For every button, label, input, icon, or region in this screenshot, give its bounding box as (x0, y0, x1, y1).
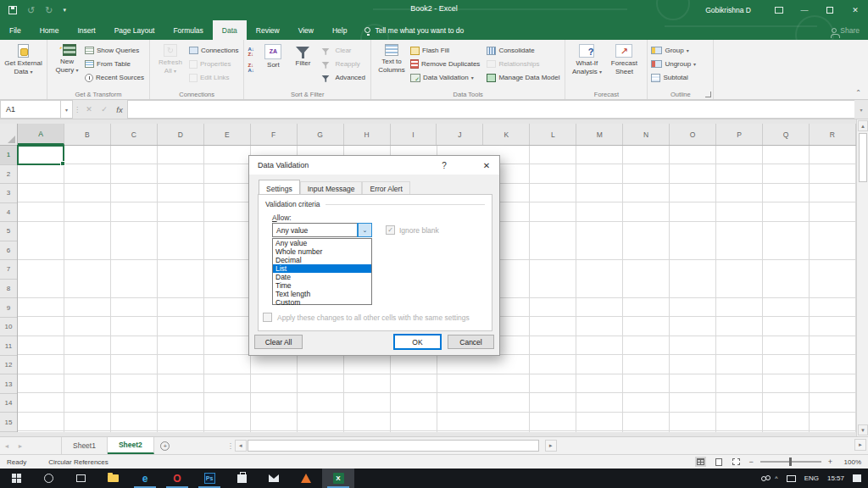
task-view-button[interactable] (64, 469, 97, 488)
from-table-button[interactable]: From Table (85, 58, 144, 69)
tab-insert[interactable]: Insert (68, 20, 104, 40)
expand-formula-bar-icon[interactable]: ▾ (854, 100, 868, 119)
tab-home[interactable]: Home (31, 20, 69, 40)
option-any-value[interactable]: Any value (273, 239, 371, 247)
row-header[interactable]: 9 (0, 298, 17, 318)
option-whole-number[interactable]: Whole number (273, 247, 371, 256)
edge-button[interactable]: e (129, 469, 161, 488)
ignore-blank-checkbox[interactable]: ✓ Ignore blank (386, 225, 439, 235)
column-header[interactable]: H (344, 124, 391, 145)
vertical-scroll-thumb[interactable] (859, 133, 867, 182)
row-header[interactable]: 13 (0, 374, 17, 394)
column-header[interactable]: B (64, 124, 111, 145)
cancel-button[interactable]: Cancel (448, 335, 494, 349)
apply-changes-checkbox[interactable]: Apply these changes to all other cells w… (263, 313, 470, 322)
scroll-down-icon[interactable]: ▼ (858, 424, 868, 435)
row-header[interactable]: 2 (0, 165, 17, 185)
refresh-all-button[interactable]: ↻ RefreshAll ▾ (153, 42, 187, 88)
properties-button[interactable]: Properties (189, 58, 238, 69)
close-icon[interactable]: ✕ (843, 0, 868, 20)
page-layout-view-icon[interactable] (713, 457, 724, 467)
zoom-level[interactable]: 100% (839, 458, 861, 466)
cortana-button[interactable] (32, 469, 64, 488)
column-header[interactable]: G (298, 124, 344, 145)
start-button[interactable] (0, 469, 32, 488)
sort-asc-icon[interactable]: A↓Z↓ (248, 47, 258, 58)
row-header[interactable]: 7 (0, 260, 17, 280)
scroll-up-icon[interactable]: ▲ (858, 120, 868, 131)
consolidate-button[interactable]: Consolidate (487, 45, 559, 56)
hscroll-corner-icon[interactable]: ► (854, 439, 866, 451)
tell-me-box[interactable]: Tell me what you want to do (356, 20, 472, 40)
help-icon[interactable]: ? (433, 156, 455, 175)
insert-function-icon[interactable]: fx (112, 100, 127, 119)
minimize-icon[interactable]: — (792, 0, 817, 20)
new-sheet-button[interactable]: + (154, 437, 176, 454)
zoom-in-icon[interactable]: + (828, 458, 832, 466)
option-custom[interactable]: Custom (273, 298, 371, 307)
row-header[interactable]: 6 (0, 241, 17, 261)
zoom-slider-thumb[interactable] (789, 458, 792, 466)
reapply-button[interactable]: Reapply (319, 58, 365, 69)
data-validation-button[interactable]: Data Validation ▾ (410, 72, 480, 83)
filter-button[interactable]: Filter (288, 42, 317, 88)
store-button[interactable] (225, 469, 258, 488)
mail-button[interactable] (258, 469, 290, 488)
advanced-filter-button[interactable]: Advanced (319, 72, 365, 83)
close-icon[interactable]: ✕ (474, 156, 499, 175)
column-header[interactable]: L (530, 124, 576, 145)
opera-button[interactable]: O (161, 469, 193, 488)
select-all-corner[interactable] (0, 124, 18, 146)
ribbon-display-options-icon[interactable] (766, 0, 792, 20)
row-header[interactable]: 14 (0, 394, 17, 413)
column-header[interactable]: C (111, 124, 158, 145)
column-header[interactable]: R (810, 124, 856, 145)
option-time[interactable]: Time (273, 281, 371, 290)
column-header[interactable]: D (158, 124, 204, 145)
option-decimal[interactable]: Decimal (273, 256, 371, 264)
zoom-out-icon[interactable]: − (748, 458, 753, 466)
clear-filter-button[interactable]: Clear (319, 45, 365, 56)
row-header[interactable]: 4 (0, 203, 17, 223)
dialog-title-bar[interactable]: Data Validation (249, 156, 499, 175)
column-header[interactable]: K (483, 124, 530, 145)
vertical-scrollbar[interactable]: ▲ ▼ (856, 119, 868, 436)
manage-data-model-button[interactable]: Manage Data Model (487, 72, 559, 83)
column-header[interactable]: I (391, 124, 437, 145)
photoshop-button[interactable]: Ps (193, 469, 225, 488)
normal-view-icon[interactable] (695, 457, 706, 467)
clock[interactable]: 15:57 (827, 474, 844, 482)
new-query-button[interactable]: NewQuery ▾ (51, 42, 83, 88)
forecast-sheet-button[interactable]: ↗ ForecastSheet (606, 42, 642, 88)
hscroll-right-icon[interactable]: ► (545, 440, 557, 452)
recent-sources-button[interactable]: Recent Sources (85, 72, 144, 83)
remove-duplicates-button[interactable]: Remove Duplicates (410, 58, 480, 69)
column-header[interactable]: A (18, 124, 64, 145)
name-box-dropdown-icon[interactable]: ▾ (61, 100, 73, 119)
relationships-button[interactable]: Relationships (487, 58, 559, 69)
column-header[interactable]: Q (763, 124, 810, 145)
tab-view[interactable]: View (289, 20, 323, 40)
language-indicator[interactable]: ENG (804, 474, 819, 482)
flash-fill-button[interactable]: Flash Fill (410, 45, 480, 56)
sheet-tab-sheet1[interactable]: Sheet1 (61, 437, 108, 454)
formula-input[interactable] (127, 100, 854, 119)
horizontal-scrollbar[interactable] (248, 440, 544, 452)
column-header[interactable]: F (251, 124, 298, 145)
tab-scroll-splitter[interactable]: ⋮ (227, 437, 234, 454)
excel-taskbar-button[interactable]: X (322, 469, 354, 488)
column-header[interactable]: E (204, 124, 251, 145)
row-header[interactable]: 10 (0, 318, 17, 337)
vlc-button[interactable] (290, 469, 322, 488)
row-header[interactable]: 5 (0, 222, 17, 241)
horizontal-scroll-thumb[interactable] (248, 440, 539, 452)
collapse-ribbon-icon[interactable]: ⌃ (855, 89, 861, 97)
tab-file[interactable]: File (0, 20, 31, 40)
row-header[interactable]: 8 (0, 280, 17, 299)
edit-links-button[interactable]: Edit Links (189, 72, 238, 83)
connections-button[interactable]: Connections (189, 45, 238, 56)
name-box[interactable]: A1 (0, 100, 61, 119)
tab-review[interactable]: Review (247, 20, 289, 40)
sheet-nav-left-icon[interactable]: ◄ (0, 437, 14, 454)
combobox-dropdown-icon[interactable]: ⌄ (358, 224, 371, 236)
